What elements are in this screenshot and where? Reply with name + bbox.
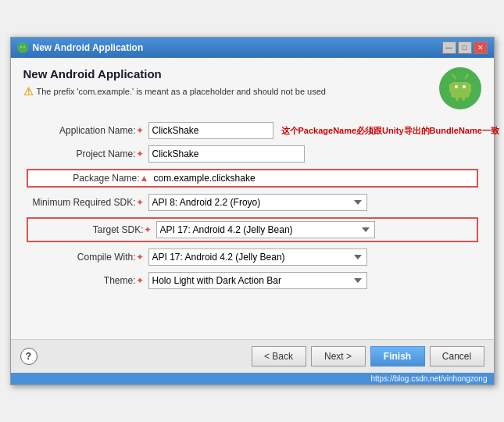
- target-sdk-label: Target SDK:✦: [31, 224, 156, 235]
- app-name-label-text: Application Name:: [59, 125, 135, 136]
- svg-rect-8: [462, 93, 465, 101]
- theme-label-text: Theme:: [104, 275, 136, 286]
- header-section: New Android Application ⚠ The prefix 'co…: [23, 67, 481, 109]
- close-button[interactable]: ✕: [474, 41, 488, 54]
- project-name-input[interactable]: [148, 145, 305, 163]
- bottom-bar: ? < Back Next > Finish Cancel: [11, 339, 494, 373]
- svg-point-3: [23, 46, 25, 48]
- project-name-required: ✦: [136, 148, 144, 159]
- bottom-left: ?: [20, 348, 38, 365]
- min-sdk-label-text: Minimum Required SDK:: [32, 197, 135, 208]
- min-sdk-required: ✦: [136, 197, 144, 208]
- package-name-input[interactable]: [154, 173, 472, 184]
- package-name-label-text: Package Name:: [73, 173, 139, 184]
- url-bar: https://blog.csdn.net/vinhongzong: [11, 373, 494, 384]
- window-controls: — □ ✕: [442, 41, 488, 54]
- window-title: New Android Application: [33, 42, 144, 53]
- maximize-button[interactable]: □: [458, 41, 472, 54]
- compile-with-select[interactable]: API 17: Android 4.2 (Jelly Bean): [148, 249, 367, 266]
- cancel-button[interactable]: Cancel: [430, 346, 484, 367]
- theme-required: ✦: [136, 275, 144, 286]
- warning-text: The prefix 'com.example.' is meant as a …: [37, 87, 326, 96]
- theme-select[interactable]: Holo Light with Dark Action Bar: [148, 272, 367, 289]
- svg-rect-7: [456, 93, 459, 101]
- app-name-label: Application Name:✦: [23, 125, 148, 136]
- target-sdk-label-text: Target SDK:: [93, 224, 144, 235]
- compile-with-row: Compile With:✦ API 17: Android 4.2 (Jell…: [23, 249, 481, 266]
- page-title: New Android Application: [23, 67, 439, 80]
- package-name-row: Package Name:▲: [27, 169, 478, 188]
- project-name-row: Project Name:✦: [23, 145, 481, 163]
- svg-line-11: [452, 74, 456, 79]
- url-text: https://blog.csdn.net/vinhongzong: [371, 374, 488, 383]
- compile-with-label-text: Compile With:: [77, 252, 136, 263]
- bottom-right: < Back Next > Finish Cancel: [252, 346, 484, 367]
- package-name-required: ▲: [140, 173, 149, 184]
- spacer: [23, 299, 481, 330]
- target-sdk-wrapper: Target SDK:✦ API 17: Android 4.2 (Jelly …: [23, 217, 481, 242]
- svg-rect-6: [468, 84, 471, 93]
- target-sdk-row: Target SDK:✦ API 17: Android 4.2 (Jelly …: [27, 217, 478, 242]
- dialog-content: New Android Application ⚠ The prefix 'co…: [11, 58, 494, 339]
- dialog-window: New Android Application — □ ✕ New Androi…: [10, 37, 495, 385]
- next-button[interactable]: Next >: [311, 346, 366, 367]
- form-section: Application Name:✦ 这个PackageName必须跟Unity…: [23, 119, 481, 299]
- target-sdk-required: ✦: [144, 224, 152, 235]
- svg-rect-4: [451, 82, 470, 98]
- app-name-input[interactable]: [148, 122, 273, 139]
- compile-with-required: ✦: [136, 252, 144, 263]
- min-sdk-row: Minimum Required SDK:✦ API 8: Android 2.…: [23, 194, 481, 211]
- compile-with-label: Compile With:✦: [23, 252, 148, 263]
- minimize-button[interactable]: —: [442, 41, 456, 54]
- svg-line-12: [465, 74, 468, 79]
- back-button[interactable]: < Back: [252, 346, 306, 367]
- android-logo: [439, 67, 481, 109]
- package-name-label: Package Name:▲: [33, 173, 154, 184]
- package-annotation: 这个PackageName必须跟Unity导出的BundleName一致: [281, 125, 499, 137]
- help-button[interactable]: ?: [20, 348, 38, 365]
- svg-point-10: [463, 85, 466, 88]
- project-name-label: Project Name:✦: [23, 148, 148, 159]
- header-left: New Android Application ⚠ The prefix 'co…: [23, 67, 439, 98]
- warning-icon: ⚠: [23, 85, 34, 98]
- svg-point-9: [455, 85, 458, 88]
- min-sdk-label: Minimum Required SDK:✦: [23, 197, 148, 208]
- android-icon-small: [17, 42, 28, 53]
- svg-rect-5: [449, 84, 452, 93]
- target-sdk-select[interactable]: API 17: Android 4.2 (Jelly Bean): [156, 221, 375, 238]
- app-name-required: ✦: [136, 125, 144, 136]
- theme-row: Theme:✦ Holo Light with Dark Action Bar: [23, 272, 481, 289]
- theme-label: Theme:✦: [23, 275, 148, 286]
- min-sdk-select[interactable]: API 8: Android 2.2 (Froyo): [148, 194, 367, 211]
- app-name-row: Application Name:✦ 这个PackageName必须跟Unity…: [23, 122, 481, 139]
- title-bar: New Android Application — □ ✕: [11, 38, 494, 58]
- finish-button[interactable]: Finish: [370, 346, 425, 367]
- title-bar-left: New Android Application: [17, 42, 144, 53]
- svg-point-2: [20, 46, 22, 48]
- project-name-label-text: Project Name:: [76, 148, 135, 159]
- warning-row: ⚠ The prefix 'com.example.' is meant as …: [23, 85, 439, 98]
